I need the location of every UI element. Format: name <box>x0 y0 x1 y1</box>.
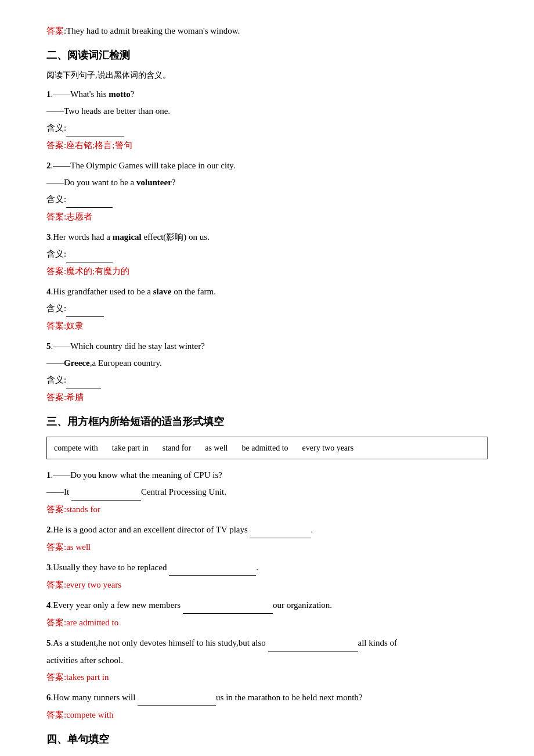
vocab-q3-meaning: 含义: <box>46 246 488 262</box>
fill-q1: 1.——Do you know what the meaning of CPU … <box>46 467 488 517</box>
fill-q2-line1: 2.He is a good actor and an excellent di… <box>46 522 488 538</box>
vocab-q5-meaning: 含义: <box>46 372 488 388</box>
vocab-q2-answer: 答案:志愿者 <box>46 209 488 225</box>
section2-subtitle: 阅读下列句子,说出黑体词的含义。 <box>46 68 488 82</box>
fill-q3: 3.Usually they have to be replaced . 答案:… <box>46 560 488 593</box>
fill-q2: 2.He is a good actor and an excellent di… <box>46 522 488 555</box>
fill-q5-answer: 答案:takes part in <box>46 669 488 685</box>
fill-q6: 6.How many runners will us in the marath… <box>46 690 488 723</box>
fill-q6-answer: 答案:compete with <box>46 707 488 723</box>
vocab-q3: 3.Her words had a magical effect(影响) on … <box>46 229 488 279</box>
section3-title: 三、用方框内所给短语的适当形式填空 <box>46 412 488 431</box>
fill-q4-line1: 4.Every year only a few new members our … <box>46 597 488 614</box>
vocab-q1-answer: 答案:座右铭;格言;警句 <box>46 138 488 153</box>
box-item-3: stand for <box>163 441 191 455</box>
vocab-q4: 4.His grandfather used to be a slave on … <box>46 284 488 334</box>
fill-q4-answer: 答案:are admitted to <box>46 615 488 631</box>
vocab-q3-line1: 3.Her words had a magical effect(影响) on … <box>46 229 488 245</box>
vocab-q4-answer: 答案:奴隶 <box>46 318 488 334</box>
fill-q1-line2: ——It Central Processing Unit. <box>46 484 488 501</box>
vocab-q3-answer: 答案:魔术的;有魔力的 <box>46 264 488 279</box>
top-answer-label: 答案 <box>46 26 64 35</box>
section2-title: 二、阅读词汇检测 <box>46 46 488 64</box>
box-item-5: be admitted to <box>241 441 288 455</box>
vocab-q1-line1: 1.——What's his motto? <box>46 87 488 102</box>
vocab-q4-line1: 4.His grandfather used to be a slave on … <box>46 284 488 300</box>
vocab-q5: 5.——Which country did he stay last winte… <box>46 339 488 405</box>
vocab-q1: 1.——What's his motto? ——Two heads are be… <box>46 87 488 153</box>
phrase-box: compete with take part in stand for as w… <box>46 437 488 459</box>
vocab-q5-line2: ——Greece,a European country. <box>46 355 488 371</box>
vocab-q1-meaning: 含义: <box>46 120 488 136</box>
fill-q5-line1: 5.As a student,he not only devotes himse… <box>46 635 488 651</box>
section4-title: 四、单句填空 <box>46 730 488 748</box>
fill-q5: 5.As a student,he not only devotes himse… <box>46 635 488 685</box>
box-item-6: every two years <box>302 441 354 455</box>
vocab-q4-meaning: 含义: <box>46 301 488 317</box>
vocab-q2: 2.——The Olympic Games will take place in… <box>46 158 488 225</box>
fill-q6-line1: 6.How many runners will us in the marath… <box>46 690 488 706</box>
vocab-q5-answer: 答案:希腊 <box>46 390 488 405</box>
vocab-q1-line2: ——Two heads are better than one. <box>46 103 488 119</box>
box-item-2: take part in <box>112 441 149 455</box>
fill-q1-line1: 1.——Do you know what the meaning of CPU … <box>46 467 488 483</box>
top-answer-block: 答案:They had to admit breaking the woman'… <box>46 23 488 39</box>
fill-q2-answer: 答案:as well <box>46 539 488 555</box>
box-item-1: compete with <box>54 441 98 455</box>
vocab-q2-line2: ——Do you want to be a volunteer? <box>46 175 488 190</box>
fill-q4: 4.Every year only a few new members our … <box>46 597 488 631</box>
vocab-q2-meaning: 含义: <box>46 192 488 208</box>
vocab-q2-line1: 2.——The Olympic Games will take place in… <box>46 158 488 174</box>
top-answer-text: :They had to admit breaking the woman's … <box>64 26 240 35</box>
fill-q3-line1: 3.Usually they have to be replaced . <box>46 560 488 576</box>
box-item-4: as well <box>205 441 228 455</box>
fill-q5-line2: activities after school. <box>46 653 488 668</box>
vocab-q5-line1: 5.——Which country did he stay last winte… <box>46 339 488 354</box>
fill-q3-answer: 答案:every two years <box>46 577 488 593</box>
fill-q1-answer: 答案:stands for <box>46 502 488 517</box>
